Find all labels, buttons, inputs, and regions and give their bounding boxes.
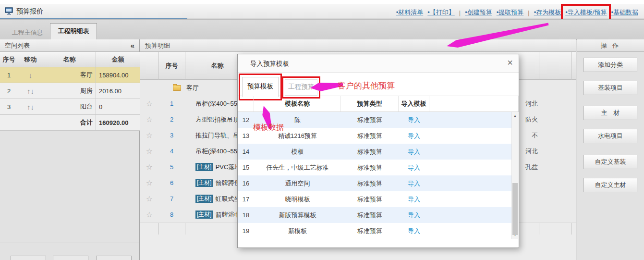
star-icon[interactable]: ☆ xyxy=(140,143,158,159)
action-button[interactable]: 自定义主材 xyxy=(583,178,637,192)
template-name: 模板 xyxy=(254,144,341,160)
import-link[interactable]: 导入 xyxy=(408,179,420,188)
dialog-tab-budget-template[interactable]: 预算模板 xyxy=(242,77,279,97)
toolbar-link[interactable]: •材料清单 xyxy=(396,8,424,17)
monitor-icon xyxy=(5,7,13,15)
action-button[interactable]: 水电项目 xyxy=(583,129,637,143)
space-table-header-row: 序号移动名称金额 xyxy=(0,52,140,67)
page-title: 预算报价 xyxy=(16,7,43,16)
scrollbar-thumb[interactable] xyxy=(512,183,518,235)
toolbar-link[interactable]: •创建预算 xyxy=(465,8,492,17)
budget-type: 标准预算 xyxy=(341,144,399,160)
import-cell: 导入 xyxy=(399,128,429,144)
scroll-up-icon[interactable]: ▲ xyxy=(512,114,518,118)
import-link[interactable]: 导入 xyxy=(408,116,420,124)
import-link[interactable]: 导入 xyxy=(408,163,420,172)
template-name: 新模板 xyxy=(254,223,341,239)
empty-cell xyxy=(429,160,512,175)
move-down-icon[interactable]: ↓ xyxy=(29,72,33,79)
budget-type: 标准预算 xyxy=(341,207,399,223)
item-name-cell: 吊柜(深400~550 xyxy=(195,96,241,111)
star-icon[interactable]: ☆ xyxy=(140,111,158,127)
close-icon[interactable]: × xyxy=(507,57,513,68)
template-row[interactable]: 19新模板标准预算导入 xyxy=(238,223,512,239)
row-number: 6 xyxy=(158,175,185,191)
budget-type: 标准预算 xyxy=(341,112,399,128)
dialog-table-header: 模板名称预算类型导入模板 xyxy=(238,96,519,112)
space-name: 阳台 xyxy=(43,99,96,114)
move-cell: ↑↓ xyxy=(18,83,43,99)
main-material-badge: [主材] xyxy=(195,210,213,219)
top-strip xyxy=(0,0,644,4)
star-icon[interactable]: ☆ xyxy=(140,175,158,191)
main-material-badge: [主材] xyxy=(195,179,213,187)
star-icon[interactable]: ☆ xyxy=(140,159,158,175)
import-link[interactable]: 导入 xyxy=(408,211,420,220)
move-cell: ↓ xyxy=(18,67,43,83)
template-name: 新版预算模板 xyxy=(254,207,341,223)
move-up-icon[interactable]: ↑ xyxy=(27,103,31,111)
import-link[interactable]: 导入 xyxy=(408,132,420,140)
template-name: 通用空间 xyxy=(254,175,341,191)
space-name: 客厅 xyxy=(43,67,96,83)
group-label: 客厅 xyxy=(186,84,199,92)
space-total-row: 合计160920.00 xyxy=(0,115,140,131)
action-button[interactable]: 主 材 xyxy=(583,106,637,120)
star-icon[interactable]: ☆ xyxy=(140,207,158,223)
template-row[interactable]: 18新版预算模板标准预算导入 xyxy=(238,207,512,223)
partial-button[interactable] xyxy=(11,256,46,260)
toolbar-link[interactable]: •存为模板 xyxy=(534,8,561,17)
collapse-icon[interactable]: « xyxy=(131,39,134,51)
tab-project-detail[interactable]: 工程明细表 xyxy=(50,23,97,39)
action-button[interactable]: 基装项目 xyxy=(583,81,637,95)
partial-button[interactable] xyxy=(96,256,132,260)
space-list-title: 空间列表 xyxy=(5,42,30,49)
row-number: 19 xyxy=(238,223,254,239)
row-number: 2 xyxy=(0,83,18,99)
space-row[interactable]: 1↓客厅158904.00 xyxy=(0,67,140,83)
move-down-icon[interactable]: ↓ xyxy=(31,103,35,111)
space-row[interactable]: 3↑↓阳台0 xyxy=(0,99,140,115)
dialog-column-header: 导入模板 xyxy=(399,96,429,111)
star-icon[interactable]: ☆ xyxy=(140,127,158,143)
toolbar-link[interactable]: •导入模板/预算 xyxy=(565,8,607,17)
action-button[interactable]: 自定义基装 xyxy=(583,155,637,169)
template-row[interactable]: 14模板标准预算导入 xyxy=(238,144,512,160)
import-link[interactable]: 导入 xyxy=(408,148,420,156)
space-row[interactable]: 2↑↓厨房2016.00 xyxy=(0,83,140,99)
row-number: 14 xyxy=(238,144,254,160)
toolbar-link[interactable]: •基础数据 xyxy=(611,8,638,17)
template-row[interactable]: 17晓明模板标准预算导入 xyxy=(238,191,512,207)
star-icon[interactable]: ☆ xyxy=(140,191,158,207)
annotation-template-data: 模板数据 xyxy=(253,123,284,133)
template-row[interactable]: 16通用空间标准预算导入 xyxy=(238,175,512,191)
scrollbar[interactable]: ▲ ▼ xyxy=(511,112,518,239)
empty-cell xyxy=(429,144,512,160)
template-row[interactable]: 15任先生，中级工艺标准标准预算导入 xyxy=(238,160,512,175)
move-down-icon[interactable]: ↓ xyxy=(31,87,35,95)
budget-type: 标准预算 xyxy=(341,175,399,191)
move-up-icon[interactable]: ↑ xyxy=(27,87,31,95)
toolbar-link[interactable]: •【打印】 xyxy=(427,8,455,17)
star-icon[interactable]: ☆ xyxy=(140,96,158,111)
clipped-column-text: 不 xyxy=(532,127,538,143)
partial-button[interactable] xyxy=(53,256,88,260)
row-number: 3 xyxy=(0,99,18,114)
item-name: 方型铝扣板吊顶1 xyxy=(195,115,243,124)
row-number: 8 xyxy=(158,207,185,223)
row-number: 17 xyxy=(238,191,254,207)
empty-cell xyxy=(0,115,18,130)
toolbar-link[interactable]: •提取预算 xyxy=(497,8,524,17)
actions-header: 操 作 xyxy=(577,39,644,52)
action-button[interactable]: 添加分类 xyxy=(583,58,637,72)
tab-project-info[interactable]: 工程主信息 xyxy=(5,27,50,39)
item-name-cell: [主材]箭牌蹲便 xyxy=(195,175,241,191)
item-name-cell: [主材]PVC落地 xyxy=(195,159,241,175)
toolbar-separator: | xyxy=(528,9,529,16)
dialog-tab-project-budget[interactable]: 工程预算 xyxy=(285,79,317,96)
import-cell: 导入 xyxy=(399,223,429,239)
budget-detail-title: 预算明细 xyxy=(145,42,170,49)
import-link[interactable]: 导入 xyxy=(408,195,420,204)
row-number: 2 xyxy=(158,111,185,127)
import-link[interactable]: 导入 xyxy=(408,227,420,235)
